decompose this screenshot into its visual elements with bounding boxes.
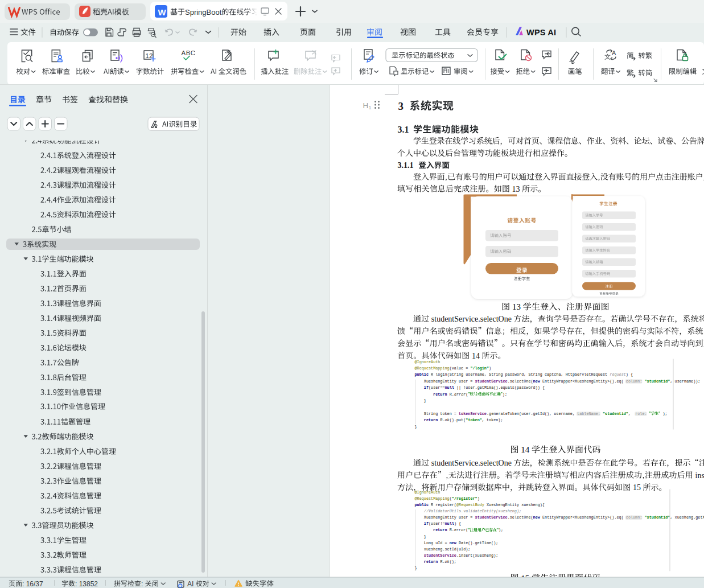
svg-text:studentService: studentService bbox=[475, 379, 508, 384]
svg-text:14: 14 bbox=[470, 352, 481, 360]
svg-text:request: request bbox=[610, 372, 626, 377]
svg-text:tableName:: tableName: bbox=[577, 412, 600, 416]
svg-text:public: public bbox=[415, 503, 429, 507]
svg-text:.selectOne(: .selectOne( bbox=[508, 515, 533, 520]
svg-text:insert: insert bbox=[693, 471, 704, 480]
svg-text:}: } bbox=[415, 566, 417, 570]
svg-text:: 13852: : 13852 bbox=[75, 580, 98, 588]
svg-text:role:: role: bbox=[635, 412, 647, 416]
svg-text:();: (); bbox=[450, 560, 456, 564]
svg-text:(value =: (value = bbox=[450, 366, 471, 371]
svg-text:ok: ok bbox=[445, 560, 450, 564]
svg-text:(user==: (user== bbox=[429, 385, 445, 390]
svg-text:);: ); bbox=[499, 528, 503, 532]
svg-text:"studentid": "studentid" bbox=[645, 515, 670, 520]
svg-text:1: 1 bbox=[369, 105, 372, 110]
svg-text:: 16/37: : 16/37 bbox=[22, 580, 43, 588]
svg-text:column:: column: bbox=[626, 515, 643, 520]
svg-text:SpringBoot: SpringBoot bbox=[185, 8, 222, 17]
svg-text:}: } bbox=[424, 398, 426, 403]
svg-text:ok: ok bbox=[445, 418, 450, 422]
svg-text:.insert(xuesheng);: .insert(xuesheng); bbox=[456, 553, 498, 558]
svg-text:AI: AI bbox=[187, 580, 196, 588]
svg-text:R.: R. bbox=[438, 560, 444, 564]
svg-text:(: ( bbox=[466, 392, 468, 397]
svg-text:(: ( bbox=[466, 528, 468, 532]
svg-text:error: error bbox=[454, 528, 466, 532]
svg-text:@IgnoreAuth: @IgnoreAuth bbox=[415, 490, 440, 495]
svg-text:new: new bbox=[533, 515, 541, 520]
svg-text:}: } bbox=[415, 425, 417, 429]
svg-text:tokenService: tokenService bbox=[459, 412, 487, 416]
svg-text:);: ); bbox=[503, 392, 507, 397]
svg-text:return: return bbox=[433, 528, 447, 532]
svg-text:3.1.1: 3.1.1 bbox=[398, 161, 414, 170]
svg-text:.generateToken(user.getId(), u: .generateToken(user.getId(), username, bbox=[487, 412, 577, 416]
svg-text:new: new bbox=[533, 379, 541, 384]
svg-text:@RequestMapping: @RequestMapping bbox=[415, 496, 450, 501]
svg-text:13: 13 bbox=[510, 185, 522, 194]
svg-text:) {: ) { bbox=[454, 521, 461, 526]
svg-text:Long uId =: Long uId = bbox=[424, 541, 450, 545]
svg-text:13: 13 bbox=[510, 302, 523, 311]
svg-text:"token": "token" bbox=[466, 418, 482, 422]
svg-text:W: W bbox=[158, 7, 167, 17]
svg-text:): ) bbox=[477, 496, 480, 501]
svg-text:3: 3 bbox=[398, 100, 404, 112]
svg-text:WPS AI: WPS AI bbox=[526, 28, 556, 37]
svg-text:A: A bbox=[612, 50, 616, 56]
svg-text:"/register": "/register" bbox=[452, 496, 477, 501]
svg-text:XueshengEntity user =: XueshengEntity user = bbox=[424, 379, 475, 384]
svg-text:if: if bbox=[424, 521, 429, 526]
svg-text:column:: column: bbox=[626, 379, 643, 384]
svg-text:ABC: ABC bbox=[182, 50, 196, 56]
svg-text:(user!=: (user!= bbox=[429, 521, 445, 526]
svg-text:XueshengEntity xuesheng){: XueshengEntity xuesheng){ bbox=[484, 503, 545, 507]
svg-text:"/login": "/login" bbox=[470, 366, 489, 371]
svg-text:return: return bbox=[424, 418, 438, 422]
svg-text:|| !user.getMima().equals(pass: || !user.getMima().equals(password)) { bbox=[454, 385, 545, 390]
svg-text:if: if bbox=[424, 385, 429, 390]
svg-text:@RequestMapping: @RequestMapping bbox=[415, 366, 450, 371]
svg-text:public: public bbox=[415, 372, 429, 377]
svg-text://ValidatorUtils.validateEntit: //ValidatorUtils.validateEntity(xuesheng… bbox=[424, 509, 521, 513]
svg-text:R.: R. bbox=[438, 418, 444, 422]
svg-text:return: return bbox=[433, 392, 447, 397]
svg-text:14: 14 bbox=[519, 445, 532, 454]
svg-text:"studentid": "studentid" bbox=[603, 412, 628, 416]
svg-text:EntityWrapper<XueshengEntity>(: EntityWrapper<XueshengEntity>().eq( bbox=[540, 379, 626, 384]
svg-text:R.: R. bbox=[447, 392, 454, 397]
svg-text:EntityWrapper<XueshengEntity>(: EntityWrapper<XueshengEntity>().eq( bbox=[540, 515, 626, 520]
svg-text:new: new bbox=[450, 541, 457, 545]
svg-text:R.: R. bbox=[447, 528, 454, 532]
svg-text:studentService: studentService bbox=[475, 515, 508, 520]
svg-text:error: error bbox=[454, 392, 466, 397]
svg-text:, xuesheng.getXueha: , xuesheng.getXueha bbox=[670, 515, 704, 520]
svg-text:null: null bbox=[445, 521, 454, 526]
svg-text:15: 15 bbox=[631, 483, 643, 492]
svg-text:xuesheng.setId(uId);: xuesheng.setId(uId); bbox=[424, 547, 471, 552]
svg-text:"studentid": "studentid" bbox=[645, 379, 670, 384]
svg-text::: : bbox=[141, 580, 145, 588]
svg-text:3.1: 3.1 bbox=[398, 125, 409, 134]
svg-text:.selectOne(: .selectOne( bbox=[508, 379, 533, 384]
svg-text:String token =: String token = bbox=[424, 412, 459, 416]
svg-text:R register(: R register( bbox=[429, 503, 456, 507]
svg-text:12: 12 bbox=[146, 52, 153, 59]
svg-text:studentService.selectOne: studentService.selectOne bbox=[429, 459, 513, 467]
svg-text:): ) bbox=[489, 366, 491, 371]
svg-text:R login(String username, Strin: R login(String username, String password… bbox=[429, 372, 610, 377]
svg-text:Date().getTime();: Date().getTime(); bbox=[456, 541, 498, 545]
svg-text:null: null bbox=[445, 385, 454, 390]
svg-text:XueshengEntity user =: XueshengEntity user = bbox=[424, 515, 475, 520]
svg-text:}: } bbox=[424, 534, 426, 539]
svg-text:return: return bbox=[424, 560, 438, 564]
svg-text:) {: ) { bbox=[626, 372, 633, 377]
svg-text:@IgnoreAuth: @IgnoreAuth bbox=[415, 360, 440, 364]
svg-text:H: H bbox=[363, 101, 369, 110]
svg-text:studentService.selectOne: studentService.selectOne bbox=[429, 315, 513, 323]
svg-text:, token);: , token); bbox=[482, 418, 503, 422]
svg-text:);: ); bbox=[660, 412, 667, 416]
svg-text:studentService: studentService bbox=[424, 553, 456, 558]
svg-text:, username));: , username)); bbox=[670, 379, 700, 384]
